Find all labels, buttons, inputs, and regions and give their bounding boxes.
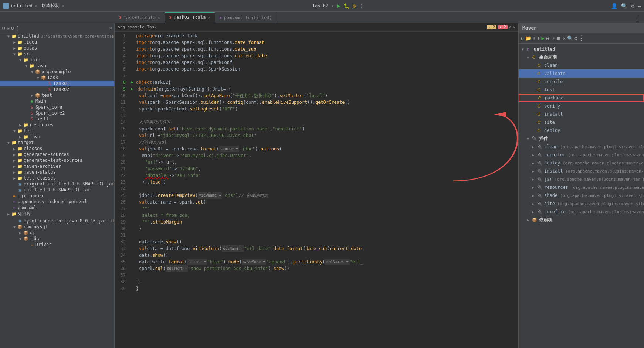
- tree-pom-xml[interactable]: ▶ m pom.xml: [0, 205, 114, 211]
- tree-maven-status[interactable]: ▶ 📁 maven-status: [0, 169, 114, 175]
- tree-spark-core[interactable]: ▶ S Spark_core: [0, 104, 114, 110]
- tab-task02[interactable]: S Task02.scala ✕: [165, 12, 215, 23]
- tree-spark-core2[interactable]: ▶ S Spark_core2: [0, 110, 114, 116]
- user-icon[interactable]: 👤: [611, 3, 617, 9]
- maven-plugin-deploy[interactable]: ▶ 🔌 deploy (org.apache.maven.plugins:mav…: [519, 159, 644, 167]
- tree-task-package[interactable]: ▼ 📦 Task: [0, 75, 114, 81]
- tree-driver[interactable]: ▶ ☕ Driver: [0, 242, 114, 248]
- run-gutter-icon[interactable]: ▶: [131, 86, 136, 92]
- maven-plugin-compiler[interactable]: ▶ 🔌 compiler (org.apache.maven.plugins:m…: [519, 151, 644, 159]
- maven-plugins-section[interactable]: ▼ 🔌 插件: [519, 134, 644, 143]
- tree-external-libs[interactable]: ▶ 📁 外部库: [0, 211, 114, 218]
- tree-test1[interactable]: ▶ S Test1: [0, 116, 114, 122]
- expand-button[interactable]: ∨: [513, 25, 515, 30]
- tree-src[interactable]: ▼ 📁 src: [0, 51, 114, 57]
- minimize-button[interactable]: —: [638, 3, 641, 9]
- tab-task02-close[interactable]: ✕: [208, 16, 210, 20]
- maven-plugin-jar[interactable]: ▶ 🔌 jar (org.apache.maven.plugins:maven-…: [519, 175, 644, 183]
- maven-stop-button[interactable]: ⏹: [556, 35, 561, 41]
- maven-plugin-install[interactable]: ▶ 🔌 install (org.apache.maven.plugins:ma…: [519, 167, 644, 175]
- tree-target[interactable]: ▼ 📁 target: [0, 140, 114, 146]
- tree-mysql-jar[interactable]: ▶ ▣ mysql-connector-java-8.0.16.jar libr…: [0, 218, 114, 224]
- tree-main-file[interactable]: ▶ ◉ Main: [0, 98, 114, 104]
- run-config-dropdown[interactable]: ▾: [331, 3, 334, 8]
- tree-cj[interactable]: ▶ 📦 cj: [0, 230, 114, 236]
- tree-classes[interactable]: ▶ 📁 classes: [0, 146, 114, 151]
- maven-lifecycle-section[interactable]: ▼ ⏱ 生命周期: [519, 53, 644, 61]
- vcs-dropdown[interactable]: ▾: [62, 3, 64, 8]
- maven-plugin-surefire[interactable]: ▶ 🔌 surefire (org.apache.maven.plugins:m…: [519, 208, 644, 216]
- maven-plugin-site[interactable]: ▶ 🔌 site (org.apache.maven.plugins:maven…: [519, 199, 644, 208]
- maven-lifecycle-validate[interactable]: ▶ ⏱ validate: [519, 69, 644, 78]
- maven-more-button[interactable]: ⋮: [579, 35, 584, 41]
- debug-button[interactable]: 🐛: [343, 3, 350, 9]
- tree-root-untitled[interactable]: ▼ 📁 untitled D:\ScalaStu\Spark-core\unti…: [0, 33, 114, 39]
- project-name[interactable]: untitled: [11, 3, 33, 8]
- maven-lifecycle-clean[interactable]: ▶ ⏱ clean: [519, 61, 644, 69]
- maven-generate-button[interactable]: ⚡: [552, 35, 555, 41]
- tree-maven-archiver[interactable]: ▶ 📁 maven-archiver: [0, 163, 114, 169]
- tree-gitignore[interactable]: ▶ ◈ .gitignore: [0, 193, 114, 199]
- run-gutter-icon[interactable]: ▶: [131, 79, 136, 86]
- maven-lifecycle-install[interactable]: ▶ ⏱ install: [519, 110, 644, 118]
- maven-lifecycle-site[interactable]: ▶ ⏱ site: [519, 118, 644, 126]
- tab-pom[interactable]: m pom.xml (untitled): [215, 12, 277, 23]
- tree-untitled-jar[interactable]: ▶ ▣ untitled-1.0-SNAPSHOT.jar: [0, 187, 114, 193]
- run-config-label[interactable]: Task02: [312, 3, 328, 8]
- more-options-button[interactable]: ⋮: [15, 25, 20, 31]
- tree-test-package[interactable]: ▶ 📦 test: [0, 92, 114, 98]
- gear-icon[interactable]: ⚙: [11, 25, 14, 31]
- maven-lifecycle-verify[interactable]: ▶ ⏱ verify: [519, 102, 644, 110]
- tree-task01[interactable]: ▶ S Task01: [0, 81, 114, 86]
- maven-open-button[interactable]: 📂: [525, 35, 531, 41]
- maven-deps-section[interactable]: ▶ 📦 依赖项: [519, 216, 644, 224]
- maven-cancel-button[interactable]: ✕: [563, 35, 566, 41]
- tree-idea[interactable]: ▶ 📁 .idea: [0, 39, 114, 45]
- tab-task01-close[interactable]: ✕: [158, 16, 160, 20]
- maven-root[interactable]: ▼ m untitled: [519, 45, 644, 53]
- tree-com-mysql[interactable]: ▼ 📦 com.mysql: [0, 224, 114, 230]
- more-button[interactable]: ⋮: [359, 3, 363, 8]
- maven-search-button[interactable]: 🔍: [567, 35, 573, 41]
- maven-add-button[interactable]: +: [537, 35, 540, 41]
- maven-skip-test-button[interactable]: ⏭: [546, 35, 550, 41]
- tree-jdbc[interactable]: ▼ 📦 jdbc: [0, 236, 114, 242]
- maven-project-icon: m: [527, 47, 533, 52]
- build-button[interactable]: ⚙: [353, 3, 356, 9]
- search-icon[interactable]: 🔍: [621, 3, 627, 9]
- tree-generated-test-sources[interactable]: ▶ 📁 generated-test-sources: [0, 157, 114, 163]
- tree-original-jar[interactable]: ▶ ▣ original-untitled-1.0-SNAPSHOT.jar: [0, 181, 114, 187]
- tree-main[interactable]: ▼ 📁 main: [0, 57, 114, 63]
- maven-lifecycle-compile[interactable]: ▶ ⏱ compile: [519, 78, 644, 86]
- tree-java[interactable]: ▼ 📁 java: [0, 63, 114, 69]
- maven-run-button[interactable]: ▶: [541, 35, 544, 41]
- locate-file-button[interactable]: ◎: [7, 25, 10, 31]
- tree-test-folder[interactable]: ▼ 📁 test: [0, 128, 114, 134]
- maven-plugin-resources[interactable]: ▶ 🔌 resources (org.apache.maven.plugins:…: [519, 183, 644, 191]
- tab-task01[interactable]: S Task01.scala ✕: [115, 12, 165, 23]
- tree-org-example[interactable]: ▼ 📦 org.example: [0, 69, 114, 75]
- settings-icon[interactable]: ⚙: [631, 3, 634, 9]
- tree-task02[interactable]: ▶ S Task02: [0, 86, 114, 92]
- vcs-label[interactable]: 版本控制: [42, 3, 60, 9]
- maven-lifecycle-test[interactable]: ▶ ⏱ test: [519, 86, 644, 94]
- tree-test-java[interactable]: ▶ 📁 java: [0, 134, 114, 140]
- code-content[interactable]: package org.example.Task import org.apac…: [128, 32, 518, 348]
- close-sidebar-button[interactable]: ✕: [109, 25, 112, 31]
- collapse-button[interactable]: ∧: [509, 25, 512, 30]
- maven-lifecycle-deploy[interactable]: ▶ ⏱ deploy: [519, 126, 644, 134]
- tree-test-classes[interactable]: ▶ 📁 test-classes: [0, 175, 114, 181]
- run-button[interactable]: ▶: [337, 2, 340, 9]
- maven-lifecycle-package[interactable]: ▶ ⏱ package: [519, 94, 644, 102]
- collapse-all-button[interactable]: ⊟: [2, 25, 5, 31]
- maven-plugin-clean[interactable]: ▶ 🔌 clean (org.apache.maven.plugins:mave…: [519, 143, 644, 151]
- maven-download-button[interactable]: ⬇: [533, 35, 536, 41]
- tree-dep-pom[interactable]: ▶ m dependency-reduced-pom.xml: [0, 199, 114, 205]
- tree-generated-sources[interactable]: ▶ 📁 generated-sources: [0, 151, 114, 157]
- maven-reload-button[interactable]: ↻: [521, 35, 524, 41]
- maven-settings-button[interactable]: ⚙: [574, 35, 577, 41]
- tree-resources[interactable]: ▶ 📁 resources: [0, 122, 114, 128]
- maven-plugin-shade[interactable]: ▶ 🔌 shade (org.apache.maven.plugins:mave…: [519, 191, 644, 199]
- tree-datas[interactable]: ▶ 📁 datas: [0, 45, 114, 51]
- tab-more-button[interactable]: ⋮: [632, 16, 644, 23]
